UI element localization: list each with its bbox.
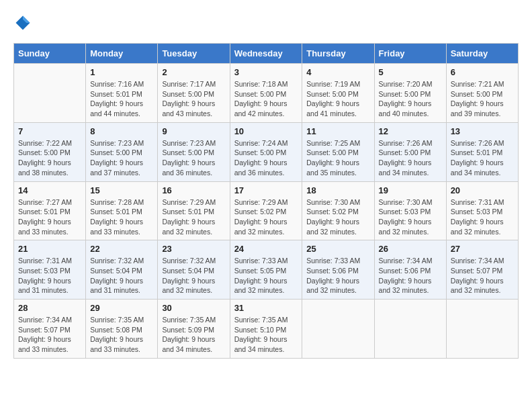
day-cell — [302, 300, 374, 359]
day-cell: 5Sunrise: 7:20 AMSunset: 5:00 PMDaylight… — [374, 64, 446, 123]
col-header-thursday: Thursday — [302, 44, 374, 64]
calendar-header: SundayMondayTuesdayWednesdayThursdayFrid… — [14, 44, 519, 64]
day-detail: Sunrise: 7:27 AMSunset: 5:01 PMDaylight:… — [18, 197, 81, 237]
day-number: 23 — [162, 244, 225, 254]
day-number: 22 — [90, 244, 153, 254]
day-detail: Sunrise: 7:16 AMSunset: 5:01 PMDaylight:… — [90, 79, 153, 119]
day-number: 16 — [162, 185, 225, 195]
week-row-4: 28Sunrise: 7:34 AMSunset: 5:07 PMDayligh… — [14, 300, 519, 359]
day-detail: Sunrise: 7:22 AMSunset: 5:00 PMDaylight:… — [18, 138, 81, 178]
day-number: 21 — [18, 244, 81, 254]
day-number: 20 — [451, 185, 514, 195]
day-number: 13 — [451, 126, 514, 136]
day-number: 11 — [306, 126, 369, 136]
day-cell — [446, 300, 518, 359]
day-cell: 3Sunrise: 7:18 AMSunset: 5:00 PMDaylight… — [230, 64, 302, 123]
day-number: 10 — [234, 126, 298, 136]
day-detail: Sunrise: 7:24 AMSunset: 5:00 PMDaylight:… — [234, 138, 298, 178]
day-cell: 7Sunrise: 7:22 AMSunset: 5:00 PMDaylight… — [14, 122, 86, 181]
day-cell: 14Sunrise: 7:27 AMSunset: 5:01 PMDayligh… — [14, 181, 86, 240]
col-header-wednesday: Wednesday — [230, 44, 302, 64]
day-number: 15 — [90, 185, 153, 195]
day-detail: Sunrise: 7:29 AMSunset: 5:01 PMDaylight:… — [162, 197, 225, 237]
day-detail: Sunrise: 7:35 AMSunset: 5:10 PMDaylight:… — [234, 315, 298, 355]
day-number: 5 — [379, 67, 442, 77]
col-header-friday: Friday — [374, 44, 446, 64]
col-header-saturday: Saturday — [446, 44, 518, 64]
day-cell: 26Sunrise: 7:34 AMSunset: 5:06 PMDayligh… — [374, 240, 446, 300]
day-cell: 12Sunrise: 7:26 AMSunset: 5:00 PMDayligh… — [374, 122, 446, 181]
day-cell — [14, 64, 86, 123]
day-detail: Sunrise: 7:31 AMSunset: 5:03 PMDaylight:… — [451, 197, 514, 237]
day-number: 17 — [234, 185, 298, 195]
day-cell: 22Sunrise: 7:32 AMSunset: 5:04 PMDayligh… — [86, 240, 158, 300]
calendar-table: SundayMondayTuesdayWednesdayThursdayFrid… — [13, 43, 519, 359]
day-cell: 17Sunrise: 7:29 AMSunset: 5:02 PMDayligh… — [230, 181, 302, 240]
day-detail: Sunrise: 7:25 AMSunset: 5:00 PMDaylight:… — [306, 138, 369, 178]
day-detail: Sunrise: 7:17 AMSunset: 5:00 PMDaylight:… — [162, 79, 225, 119]
day-detail: Sunrise: 7:18 AMSunset: 5:00 PMDaylight:… — [234, 79, 298, 119]
day-detail: Sunrise: 7:26 AMSunset: 5:00 PMDaylight:… — [379, 138, 442, 178]
day-number: 30 — [162, 303, 225, 313]
day-cell: 21Sunrise: 7:31 AMSunset: 5:03 PMDayligh… — [14, 240, 86, 300]
day-number: 4 — [306, 67, 369, 77]
day-number: 25 — [306, 244, 369, 254]
day-detail: Sunrise: 7:35 AMSunset: 5:09 PMDaylight:… — [162, 315, 225, 355]
day-detail: Sunrise: 7:34 AMSunset: 5:06 PMDaylight:… — [379, 256, 442, 295]
day-cell: 6Sunrise: 7:21 AMSunset: 5:00 PMDaylight… — [446, 64, 518, 123]
day-number: 14 — [18, 185, 81, 195]
day-detail: Sunrise: 7:32 AMSunset: 5:04 PMDaylight:… — [162, 256, 225, 295]
day-detail: Sunrise: 7:34 AMSunset: 5:07 PMDaylight:… — [18, 315, 81, 355]
day-cell — [374, 300, 446, 359]
day-number: 19 — [379, 185, 442, 195]
col-header-tuesday: Tuesday — [158, 44, 230, 64]
day-detail: Sunrise: 7:34 AMSunset: 5:07 PMDaylight:… — [451, 256, 514, 295]
day-number: 7 — [18, 126, 81, 136]
header-row: SundayMondayTuesdayWednesdayThursdayFrid… — [14, 44, 519, 64]
day-number: 1 — [90, 67, 153, 77]
day-detail: Sunrise: 7:33 AMSunset: 5:05 PMDaylight:… — [234, 256, 298, 295]
day-number: 18 — [306, 185, 369, 195]
day-cell: 16Sunrise: 7:29 AMSunset: 5:01 PMDayligh… — [158, 181, 230, 240]
day-cell: 20Sunrise: 7:31 AMSunset: 5:03 PMDayligh… — [446, 181, 518, 240]
day-cell: 31Sunrise: 7:35 AMSunset: 5:10 PMDayligh… — [230, 300, 302, 359]
day-cell: 13Sunrise: 7:26 AMSunset: 5:01 PMDayligh… — [446, 122, 518, 181]
day-cell: 25Sunrise: 7:33 AMSunset: 5:06 PMDayligh… — [302, 240, 374, 300]
day-number: 27 — [451, 244, 514, 254]
day-detail: Sunrise: 7:33 AMSunset: 5:06 PMDaylight:… — [306, 256, 369, 295]
day-detail: Sunrise: 7:21 AMSunset: 5:00 PMDaylight:… — [451, 79, 514, 119]
day-detail: Sunrise: 7:19 AMSunset: 5:00 PMDaylight:… — [306, 79, 369, 119]
week-row-2: 14Sunrise: 7:27 AMSunset: 5:01 PMDayligh… — [14, 181, 519, 240]
day-cell: 27Sunrise: 7:34 AMSunset: 5:07 PMDayligh… — [446, 240, 518, 300]
day-detail: Sunrise: 7:23 AMSunset: 5:00 PMDaylight:… — [90, 138, 153, 178]
day-detail: Sunrise: 7:20 AMSunset: 5:00 PMDaylight:… — [379, 79, 442, 119]
day-detail: Sunrise: 7:29 AMSunset: 5:02 PMDaylight:… — [234, 197, 298, 237]
day-number: 26 — [379, 244, 442, 254]
day-cell: 24Sunrise: 7:33 AMSunset: 5:05 PMDayligh… — [230, 240, 302, 300]
logo — [13, 13, 35, 32]
col-header-sunday: Sunday — [14, 44, 86, 64]
calendar-body: 1Sunrise: 7:16 AMSunset: 5:01 PMDaylight… — [14, 64, 519, 359]
day-detail: Sunrise: 7:30 AMSunset: 5:03 PMDaylight:… — [379, 197, 442, 237]
page-header — [13, 13, 519, 32]
day-cell: 30Sunrise: 7:35 AMSunset: 5:09 PMDayligh… — [158, 300, 230, 359]
week-row-1: 7Sunrise: 7:22 AMSunset: 5:00 PMDaylight… — [14, 122, 519, 181]
day-cell: 10Sunrise: 7:24 AMSunset: 5:00 PMDayligh… — [230, 122, 302, 181]
day-detail: Sunrise: 7:28 AMSunset: 5:01 PMDaylight:… — [90, 197, 153, 237]
day-cell: 15Sunrise: 7:28 AMSunset: 5:01 PMDayligh… — [86, 181, 158, 240]
day-detail: Sunrise: 7:32 AMSunset: 5:04 PMDaylight:… — [90, 256, 153, 295]
day-cell: 2Sunrise: 7:17 AMSunset: 5:00 PMDaylight… — [158, 64, 230, 123]
day-number: 31 — [234, 303, 298, 313]
logo-icon — [13, 13, 32, 32]
day-cell: 8Sunrise: 7:23 AMSunset: 5:00 PMDaylight… — [86, 122, 158, 181]
week-row-0: 1Sunrise: 7:16 AMSunset: 5:01 PMDaylight… — [14, 64, 519, 123]
day-cell: 4Sunrise: 7:19 AMSunset: 5:00 PMDaylight… — [302, 64, 374, 123]
day-cell: 11Sunrise: 7:25 AMSunset: 5:00 PMDayligh… — [302, 122, 374, 181]
day-number: 2 — [162, 67, 225, 77]
day-number: 24 — [234, 244, 298, 254]
day-number: 9 — [162, 126, 225, 136]
day-cell: 18Sunrise: 7:30 AMSunset: 5:02 PMDayligh… — [302, 181, 374, 240]
day-detail: Sunrise: 7:35 AMSunset: 5:08 PMDaylight:… — [90, 315, 153, 355]
day-detail: Sunrise: 7:23 AMSunset: 5:00 PMDaylight:… — [162, 138, 225, 178]
day-number: 28 — [18, 303, 81, 313]
